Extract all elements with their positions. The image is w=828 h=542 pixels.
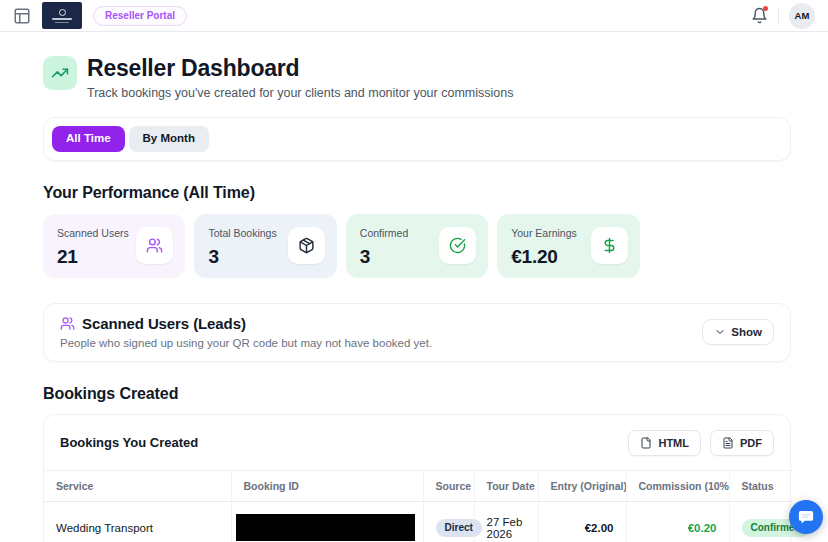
leads-subtitle: People who signed up using your QR code …	[60, 337, 432, 349]
topbar: Reseller Portal AM	[0, 0, 828, 32]
logo-emblem	[59, 9, 66, 16]
chat-bubble-icon	[797, 508, 815, 526]
commission-cell: €0.20	[626, 501, 729, 542]
stat-card-scanned-users: Scanned Users 21	[43, 214, 185, 278]
service-cell: Wedding Transport	[44, 501, 231, 542]
col-source: Source	[423, 470, 474, 501]
logo-text-line	[52, 18, 72, 20]
stats-grid: Scanned Users 21 Total Bookings 3 C	[43, 214, 791, 278]
bookings-card-title: Bookings You Created	[60, 435, 198, 450]
source-cell: Direct	[423, 501, 474, 542]
chat-launcher-button[interactable]	[789, 500, 823, 534]
bookings-heading: Bookings Created	[43, 385, 791, 403]
trending-up-icon	[43, 56, 77, 90]
table-header-row: Service Booking ID Source Tour Date Entr…	[44, 470, 792, 501]
col-status: Status	[729, 470, 792, 501]
col-commission: Commission (10%)	[626, 470, 729, 501]
notification-dot	[763, 6, 768, 11]
leads-section: Scanned Users (Leads) People who signed …	[43, 303, 791, 362]
package-icon	[288, 227, 325, 264]
tab-by-month[interactable]: By Month	[129, 126, 209, 152]
booking-id-cell	[231, 501, 423, 542]
sidebar-toggle-icon[interactable]	[13, 7, 31, 25]
bookings-table: Service Booking ID Source Tour Date Entr…	[44, 470, 792, 542]
performance-heading: Your Performance (All Time)	[43, 184, 791, 202]
col-entry: Entry (Original)	[538, 470, 626, 501]
dollar-icon	[591, 227, 628, 264]
col-booking-id: Booking ID	[231, 470, 423, 501]
stat-card-total-bookings: Total Bookings 3	[194, 214, 336, 278]
bookings-card: Bookings You Created HTML	[43, 414, 791, 542]
chevron-down-icon	[714, 326, 726, 338]
stat-card-confirmed: Confirmed 3	[346, 214, 488, 278]
page-header: Reseller Dashboard Track bookings you've…	[43, 56, 791, 100]
source-badge: Direct	[436, 519, 482, 537]
users-icon	[136, 227, 173, 264]
tab-all-time[interactable]: All Time	[52, 126, 125, 152]
leads-title: Scanned Users (Leads)	[82, 315, 246, 332]
company-logo[interactable]	[42, 2, 82, 29]
stat-card-your-earnings: Your Earnings €1.20	[497, 214, 639, 278]
col-service: Service	[44, 470, 231, 501]
leads-show-toggle[interactable]: Show	[702, 319, 774, 345]
time-range-tabs: All Time By Month	[43, 117, 791, 161]
topbar-divider	[778, 8, 779, 24]
redacted-booking-id	[236, 514, 415, 541]
avatar[interactable]: AM	[789, 3, 815, 29]
export-pdf-button[interactable]: PDF	[710, 430, 774, 456]
file-icon	[640, 437, 652, 449]
page-title: Reseller Dashboard	[87, 56, 513, 80]
main-content: Reseller Dashboard Track bookings you've…	[0, 56, 828, 542]
tour-date-cell: 27 Feb 2026	[474, 501, 538, 542]
users-icon	[60, 316, 75, 331]
col-tour-date: Tour Date	[474, 470, 538, 501]
status-cell: Confirmed	[729, 501, 792, 542]
table-row: Wedding Transport Direct 27 Feb 2026 €2.…	[44, 501, 792, 542]
export-html-button[interactable]: HTML	[628, 430, 701, 456]
entry-cell: €2.00	[538, 501, 626, 542]
check-circle-icon	[439, 227, 476, 264]
logo-text-line	[55, 22, 69, 23]
reseller-portal-badge: Reseller Portal	[93, 6, 187, 26]
notifications-bell-icon[interactable]	[751, 7, 768, 24]
file-text-icon	[722, 437, 734, 449]
page-subtitle: Track bookings you've created for your c…	[87, 86, 513, 100]
